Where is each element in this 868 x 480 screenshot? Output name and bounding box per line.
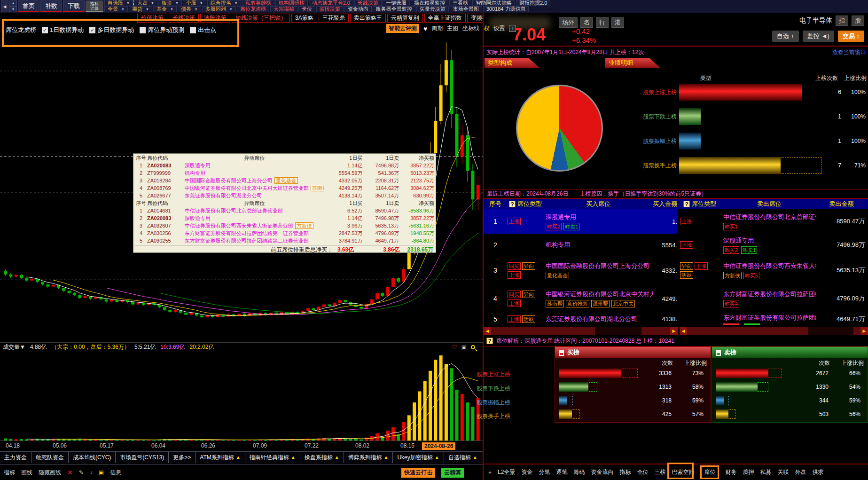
bottom-tab-资金流向[interactable]: 资金流向 [591,468,613,476]
nav-button[interactable]: 指标 计算 [86,0,103,12]
filter-option[interactable]: ✓1日数据异动 [42,26,84,34]
seat-name[interactable]: 中国银河证券股份有限公司北京中关村大街证券营业部 [546,290,653,299]
menu-item[interactable]: 资金动向 [344,6,372,12]
tab-performance-detail[interactable]: 业绩明细 [605,58,661,68]
menu-item[interactable]: 机构调研榜 [275,0,308,6]
volume-chart[interactable] [0,352,483,441]
indicator-group-tab[interactable]: 指南针经典指标▲ [245,452,300,463]
hscrollbar-sell[interactable]: ◀ ▶ [680,327,868,335]
filter-option[interactable]: 出击点 [190,26,216,34]
chart-tool-4[interactable]: 设置 [493,24,505,32]
panel-up-icon[interactable]: ↑ [509,25,516,32]
checkbox-icon[interactable]: ✓ [42,27,48,33]
scroll-left-icon[interactable]: ◀ [484,327,491,335]
menu-item[interactable]: 一键选股 [383,0,410,6]
quote-group-button[interactable]: 场外 [559,17,578,28]
help-icon[interactable]: ? [683,201,690,207]
toolbar-item[interactable]: 画线 [21,469,32,477]
info-button[interactable]: 信息 [110,469,121,477]
smart-eval-button[interactable]: 智能云评测 [386,24,419,33]
strategy-tab[interactable]: 全赢上证指数 [424,14,466,23]
strategy-tab[interactable]: 云精算复利 [387,14,423,23]
back-arrow-icon[interactable]: ◀ [1,0,8,12]
menu-dropdown[interactable]: 基金▼ [153,6,177,12]
scroll-right-icon[interactable]: ▶ [860,327,868,335]
menu-item[interactable]: 财报挖掘2.0 [516,0,550,6]
indicator-tab[interactable]: 敢死队资金 [31,452,69,463]
indicator-tab[interactable]: 市场盈亏(CYS13) [116,452,169,463]
bottom-tab-关联[interactable]: 关联 [777,468,789,476]
popup-row[interactable]: 5ZA026677东莞证券股份有限公司湖北分公司4138.14万3507.14万… [135,192,434,199]
menu-item[interactable]: 市场全景图 [450,6,482,12]
pen-icon[interactable]: ✎ [79,469,84,476]
nav-button[interactable]: 首页 [18,0,39,12]
indicator-group-tab[interactable]: ATM系列指标▲ [195,452,245,463]
toolbar-item[interactable]: 指标 [4,469,15,477]
zoom-icon[interactable] [471,345,475,349]
indicator-group-tab[interactable]: 博弈系列指标▲ [344,452,393,463]
favorite-icon[interactable]: ♡ [452,344,457,351]
seat-name[interactable]: 东方财富证券股份有限公司拉萨团结路第一证券营业部 [723,290,816,299]
menu-dropdown[interactable]: 个股▼ [183,0,206,6]
close-icon[interactable]: ✕ [67,469,73,476]
sector-name[interactable]: 电子半导体 [799,16,832,25]
chart-tool-2[interactable]: 坐标线 [462,24,479,32]
action-button[interactable]: 自选 + [772,31,799,42]
seat-name[interactable]: 中信证券股份有限公司西安朱雀大街证券营业部 [723,262,816,270]
strategy-tab[interactable]: 3A策略 [291,14,317,23]
strategy-tab[interactable]: 三花聚鼎 [319,14,349,23]
nav-button[interactable]: 下载 [63,0,85,12]
strategy-tab[interactable]: 长线决策 [169,14,199,23]
checkbox-icon[interactable] [140,27,146,33]
popup-row[interactable]: 4ZA030256东方财富证券股份有限公司拉萨团结路第一证券营业部2847.53… [135,229,434,237]
bottom-tab-三榜[interactable]: 三榜 [654,468,665,476]
strategy-tab[interactable]: 短线决策（三把锁） [232,14,290,23]
quick-cloud-strike-button[interactable]: 快速云打击 [401,468,435,478]
menu-item[interactable]: 大宗揭秘 [270,6,297,12]
chart-tool-3[interactable]: 权 [484,24,489,32]
menu-item[interactable]: 智能阿尔法策略 [472,0,515,6]
table-row[interactable]: 2机构专用5554.上涨深股通专用昨买2昨卖17496.98万 [484,234,868,256]
down-arrow-icon[interactable]: ▼ [9,7,17,13]
toolbar-item[interactable]: 隐藏画线 [39,469,61,477]
indicator-tab[interactable]: 主力资金 [0,452,31,463]
chart-tool-1[interactable]: 主图 [447,24,458,32]
quote-group-button[interactable]: 港 [611,17,624,28]
popup-row[interactable]: 4ZA008769中国银河证券股份有限公司北京中关村大街证券营业部苏南帮...4… [135,184,434,192]
help-icon[interactable]: ? [509,201,516,207]
menu-item[interactable]: 操盘精灵监控 [411,0,448,6]
action-button[interactable]: 监控 ◄) [803,31,834,42]
indicator-tab[interactable]: 成本均线(CYC) [69,452,116,463]
indicator-tab[interactable]: 更多>> [169,452,195,463]
scroll-left-icon[interactable]: ◀ [680,327,687,335]
bottom-tab-指标[interactable]: 指标 [619,468,631,476]
bottom-tab-外盘[interactable]: 外盘 [795,468,806,476]
menu-item[interactable]: 动态擒龙平台2.0 [309,0,353,6]
menu-item[interactable]: 矢量云决策 [416,6,449,12]
scroll-updown[interactable]: ▲▼ [9,0,17,12]
indicator-group-tab[interactable]: Ukey加密指标▲ [393,452,444,463]
table-row[interactable]: 1上涨深股通专用昨买2昨卖11.上涨中信证券股份有限公司北京总部证券营业部昨买1… [484,209,868,234]
popup-row[interactable]: 3ZA032607中信证券股份有限公司西安朱雀大街证券营业部方新侠3.96万56… [135,222,434,229]
trade-button[interactable]: 交易 ↕ [838,31,864,42]
menu-item[interactable]: 服务器全景监控 [373,6,415,12]
bottom-tab-财务[interactable]: 财务 [725,468,736,476]
seat-name[interactable]: 东方财富证券股份有限公司拉萨团结路第二证券营业部 [723,314,816,322]
checkbox-icon[interactable] [190,27,196,33]
popup-row[interactable]: 2ZT999999机构专用5554.59万541.36万5013.23万 [135,169,434,177]
bottom-tab-仓位[interactable]: 仓位 [637,468,648,476]
bottom-tab-逐笔[interactable]: 逐笔 [556,468,567,476]
download-icon[interactable]: ↓ [90,469,93,476]
menu-item[interactable]: 波段决策 [316,6,344,12]
volume-label[interactable]: 成交量▼ [3,343,25,351]
bottom-tab-质押[interactable]: 质押 [743,468,754,476]
menu-dropdown[interactable]: 综合排名▼ [207,0,241,6]
bottom-tab-私募[interactable]: 私募 [760,468,771,476]
seat-name[interactable]: 中国国际金融股份有限公司上海分公司 [546,262,653,270]
help-icon[interactable]: ? [486,338,493,344]
menu-item[interactable]: 300184 力源信息 [483,6,529,12]
seat-name[interactable]: 东莞证券股份有限公司湖北分公司 [546,315,653,323]
bottom-tab-筹码[interactable]: 筹码 [573,468,585,476]
menu-dropdown[interactable]: 板块▼ [158,0,182,6]
menu-item[interactable]: 席位龙虎榜 [237,6,269,12]
